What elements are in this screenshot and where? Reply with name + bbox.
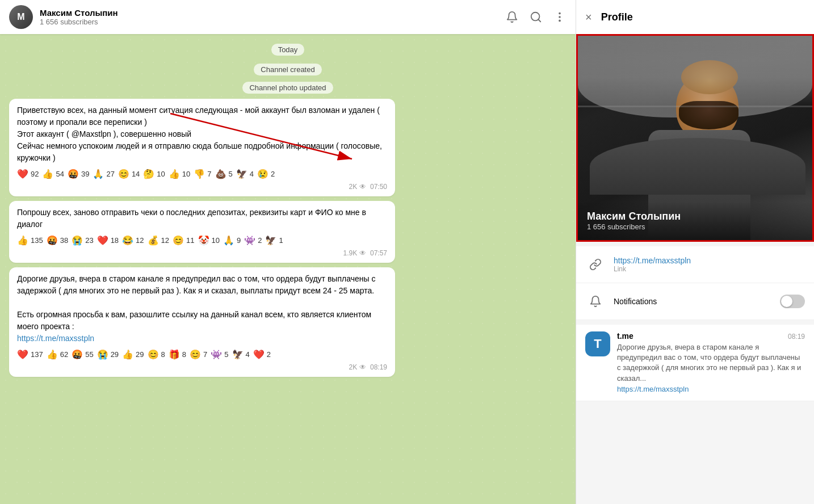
profile-photo: Максим Столыпин 1 656 subscribers xyxy=(578,36,812,240)
message-3-meta: 2K 👁 08:19 xyxy=(17,363,387,371)
profile-title: Profile xyxy=(601,11,633,23)
reaction-item[interactable]: 👍135 xyxy=(17,235,43,246)
recent-preview: Дорогие друзья, вчера в старом канале я … xyxy=(617,342,805,384)
recent-content: t.me 08:19 Дорогие друзья, вчера в старо… xyxy=(617,331,805,394)
recent-message-item[interactable]: T t.me 08:19 Дорогие друзья, вчера в ста… xyxy=(576,325,814,401)
reaction-item[interactable]: 👍10 xyxy=(169,169,190,179)
more-options-icon[interactable] xyxy=(553,10,567,24)
reaction-item[interactable]: 💰12 xyxy=(148,235,169,246)
link-icon xyxy=(585,254,606,275)
profile-link-value: https://t.me/maxsstpln xyxy=(614,256,805,265)
profile-info-section: https://t.me/maxsstpln Link Notification… xyxy=(576,246,814,320)
reaction-item[interactable]: 😢2 xyxy=(257,169,275,179)
reaction-item[interactable]: 💩5 xyxy=(215,169,233,179)
profile-notifications-item[interactable]: Notifications xyxy=(576,283,814,320)
channel-subscribers: 1 656 subscribers xyxy=(40,18,505,26)
message-1-meta: 2K 👁 07:50 xyxy=(17,183,387,191)
reaction-item[interactable]: 😊8 xyxy=(148,349,165,360)
header-actions xyxy=(505,10,567,24)
link-content: https://t.me/maxsstpln Link xyxy=(614,256,805,273)
channel-link[interactable]: https://t.me/maxsstpln xyxy=(17,334,94,343)
notifications-content: Notifications xyxy=(614,297,780,306)
system-photo-updated: Channel photo updated xyxy=(9,82,567,93)
reaction-item[interactable]: 🤬55 xyxy=(72,349,93,360)
search-icon[interactable] xyxy=(529,10,543,24)
svg-line-1 xyxy=(538,19,540,22)
reaction-item[interactable]: ❤️92 xyxy=(17,169,39,179)
profile-photo-subscribers: 1 656 subscribers xyxy=(587,222,803,231)
recent-source: t.me xyxy=(617,331,633,341)
chat-header: М Максим Столыпин 1 656 subscribers xyxy=(0,0,576,34)
reaction-item[interactable]: 😊7 xyxy=(190,349,207,360)
message-2-reactions: 👍135 🤬38 😭23 ❤️18 😂12 💰12 😊11 🤡10 🙏9 👾2 … xyxy=(17,235,387,246)
recent-time: 08:19 xyxy=(788,333,805,341)
reaction-item[interactable]: 🦅1 xyxy=(265,235,283,246)
reaction-item[interactable]: 🎁8 xyxy=(169,349,186,360)
notifications-toggle[interactable] xyxy=(780,295,805,308)
channel-name: Максим Столыпин xyxy=(40,8,505,18)
reaction-item[interactable]: ❤️2 xyxy=(253,349,271,360)
profile-link-label: Link xyxy=(614,265,805,273)
reaction-item[interactable]: 👎7 xyxy=(194,169,211,179)
svg-point-3 xyxy=(559,16,561,18)
message-1: Приветствую всех, на данный момент ситуа… xyxy=(9,99,395,196)
reaction-item[interactable]: 😊11 xyxy=(173,235,194,246)
profile-panel: × Profile Максим Ст xyxy=(576,0,814,504)
reaction-item[interactable]: 😂12 xyxy=(122,235,144,246)
reaction-item[interactable]: 🤡10 xyxy=(198,235,220,246)
profile-link-item[interactable]: https://t.me/maxsstpln Link xyxy=(576,246,814,283)
reaction-item[interactable]: 🤬38 xyxy=(47,235,68,246)
message-1-reactions: ❤️92 👍54 🤬39 🙏27 😊14 🤔10 👍10 👎7 💩5 🦅4 😢2 xyxy=(17,169,387,179)
reaction-item[interactable]: 🦅4 xyxy=(236,169,254,179)
recent-link[interactable]: https://t.me/maxsstpln xyxy=(617,385,689,393)
notification-icon xyxy=(585,291,606,312)
message-2: Попрошу всех, заново отправить чеки о по… xyxy=(9,201,395,263)
reaction-item[interactable]: 🤬39 xyxy=(68,169,89,179)
reaction-item[interactable]: 👍54 xyxy=(42,169,64,179)
recent-header: t.me 08:19 xyxy=(617,331,805,341)
reaction-item[interactable]: 😭29 xyxy=(97,349,119,360)
reaction-item[interactable]: 🙏27 xyxy=(93,169,114,179)
svg-point-2 xyxy=(559,12,561,15)
channel-avatar[interactable]: М xyxy=(9,5,33,29)
svg-point-4 xyxy=(559,20,561,22)
reaction-item[interactable]: 👍62 xyxy=(47,349,68,360)
messages-area: Today Channel created Channel photo upda… xyxy=(0,34,576,504)
profile-photo-name: Максим Столыпин xyxy=(587,211,803,222)
reaction-item[interactable]: 😭23 xyxy=(72,235,93,246)
system-channel-created: Channel created xyxy=(9,64,567,74)
message-1-text: Приветствую всех, на данный момент ситуа… xyxy=(17,104,387,164)
profile-header: × Profile xyxy=(576,0,814,34)
reaction-item[interactable]: 👾5 xyxy=(211,349,228,360)
profile-photo-container[interactable]: Максим Столыпин 1 656 subscribers xyxy=(576,34,814,242)
message-3: Дорогие друзья, вчера в старом канале я … xyxy=(9,267,395,377)
reaction-item[interactable]: 🤔10 xyxy=(143,169,165,179)
profile-recent-messages: T t.me 08:19 Дорогие друзья, вчера в ста… xyxy=(576,325,814,401)
reaction-item[interactable]: 👍29 xyxy=(122,349,144,360)
reaction-item[interactable]: 😊14 xyxy=(118,169,140,179)
message-2-text: Попрошу всех, заново отправить чеки о по… xyxy=(17,207,387,230)
message-3-text: Дорогие друзья, вчера в старом канале я … xyxy=(17,273,387,345)
reaction-item[interactable]: ❤️18 xyxy=(97,235,119,246)
recent-channel-icon: T xyxy=(585,331,610,356)
notifications-label: Notifications xyxy=(614,297,780,306)
reaction-item[interactable]: 🦅4 xyxy=(232,349,250,360)
date-divider: Today xyxy=(9,44,567,54)
reaction-item[interactable]: 👾2 xyxy=(244,235,262,246)
reaction-item[interactable]: ❤️137 xyxy=(17,349,43,360)
reaction-item[interactable]: 🙏9 xyxy=(223,235,241,246)
channel-info: Максим Столыпин 1 656 subscribers xyxy=(40,8,505,26)
close-button[interactable]: × xyxy=(585,11,592,23)
message-2-meta: 1.9K 👁 07:57 xyxy=(17,249,387,257)
chat-panel: М Максим Столыпин 1 656 subscribers xyxy=(0,0,576,504)
message-3-reactions: ❤️137 👍62 🤬55 😭29 👍29 😊8 🎁8 😊7 👾5 🦅4 ❤️2 xyxy=(17,349,387,360)
notification-bell-icon[interactable] xyxy=(505,10,519,24)
profile-photo-info: Максим Столыпин 1 656 subscribers xyxy=(578,201,812,240)
